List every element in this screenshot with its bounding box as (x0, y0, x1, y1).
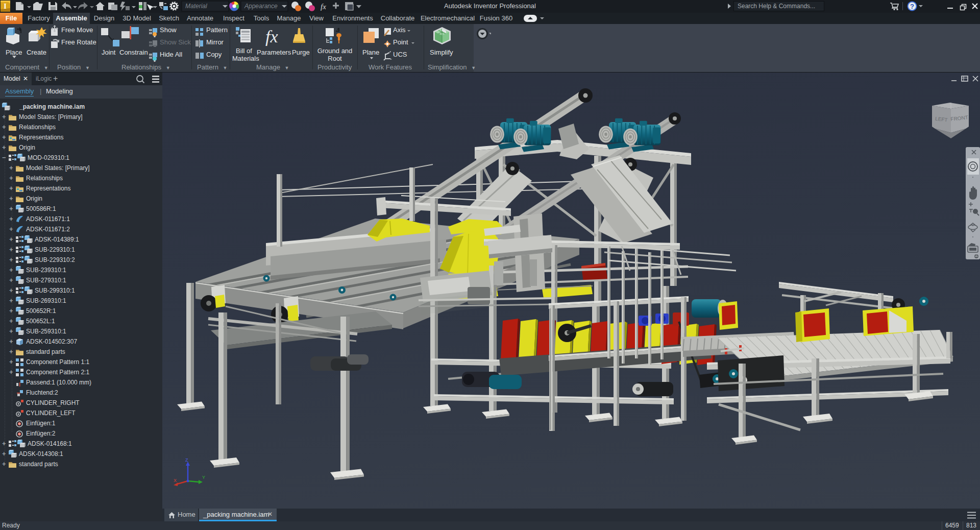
svg-text:Z: Z (185, 457, 188, 463)
svg-text:fx: fx (265, 27, 278, 46)
svg-text:Y: Y (202, 475, 205, 480)
svg-text:X: X (174, 478, 177, 483)
